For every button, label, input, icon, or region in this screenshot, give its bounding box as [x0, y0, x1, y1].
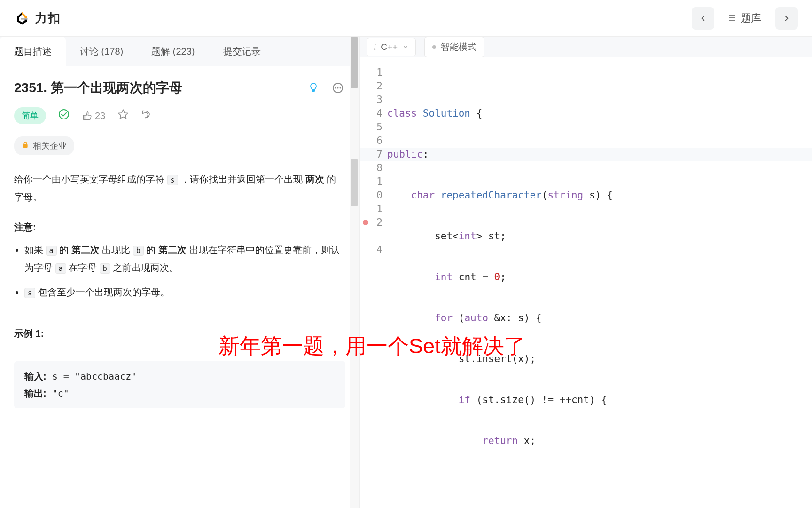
more-icon — [332, 82, 344, 94]
left-panel: 题目描述 讨论 (178) 题解 (223) 提交记录 2351. 第一个出现两… — [0, 37, 360, 508]
more-button[interactable] — [330, 80, 345, 95]
header-bar: 力扣 ☰ 题库 — [0, 0, 812, 37]
svg-rect-0 — [21, 18, 28, 19]
tab-submissions[interactable]: 提交记录 — [209, 37, 275, 66]
editor-toolbar: i C++ 智能模式 — [360, 37, 812, 57]
error-marker-icon — [363, 220, 368, 225]
svg-point-4 — [340, 87, 341, 89]
language-label: C++ — [381, 42, 398, 52]
meta-row: 简单 23 — [14, 107, 345, 124]
right-panel: i C++ 智能模式 1 2 3 4 5 6 7 8 1 0 1 — [360, 37, 812, 508]
list-item: 如果 a 的 第二次 出现比 b 的 第二次 出现在字符串中的位置更靠前，则认为… — [24, 241, 345, 277]
code-area[interactable]: class Solution { public: char repeatedCh… — [387, 66, 812, 508]
svg-point-5 — [59, 110, 69, 119]
dot-icon — [432, 45, 436, 49]
chevron-down-icon — [402, 44, 409, 50]
chevron-left-icon — [699, 14, 707, 23]
like-button[interactable]: 23 — [82, 111, 105, 121]
hint-button[interactable] — [306, 80, 321, 95]
chevron-right-icon — [782, 14, 791, 23]
code-editor[interactable]: 1 2 3 4 5 6 7 8 1 0 1 2 4 class Solution… — [360, 57, 812, 508]
mode-label: 智能模式 — [441, 41, 476, 53]
tab-description[interactable]: 题目描述 — [0, 37, 66, 66]
next-button[interactable] — [775, 7, 798, 30]
line-gutter: 1 2 3 4 5 6 7 8 1 0 1 2 4 — [360, 66, 387, 508]
difficulty-badge: 简单 — [14, 107, 46, 124]
company-tag[interactable]: 相关企业 — [14, 136, 74, 155]
lock-icon — [22, 141, 29, 151]
problem-description: 给你一个由小写英文字母组成的字符 s ，请你找出并返回第一个出现 两次 的字母。… — [14, 170, 345, 342]
svg-rect-6 — [23, 144, 27, 147]
info-icon: i — [374, 42, 376, 52]
title-row: 2351. 第一个出现两次的字母 — [14, 79, 345, 97]
library-label: 题库 — [741, 11, 761, 25]
star-icon — [117, 109, 129, 120]
tab-discuss[interactable]: 讨论 (178) — [66, 37, 137, 66]
prev-button[interactable] — [692, 7, 714, 30]
tabs-bar: 题目描述 讨论 (178) 题解 (223) 提交记录 — [0, 37, 359, 66]
menu-icon: ☰ — [728, 13, 736, 24]
scrollbar-thumb[interactable] — [351, 159, 358, 206]
share-button[interactable] — [141, 109, 151, 122]
company-label: 相关企业 — [33, 140, 67, 151]
list-item: s 包含至少一个出现两次的字母。 — [24, 283, 345, 301]
logo[interactable]: 力扣 — [14, 10, 61, 26]
main-split: 题目描述 讨论 (178) 题解 (223) 提交记录 2351. 第一个出现两… — [0, 37, 812, 508]
example-block: 输入: s = "abccbaacz" 输出: "c" — [14, 361, 345, 408]
problem-content: 2351. 第一个出现两次的字母 简单 23 — [0, 66, 359, 508]
thumbs-up-icon — [82, 111, 92, 121]
solved-icon — [58, 109, 70, 123]
language-select[interactable]: i C++ — [367, 38, 416, 56]
share-icon — [141, 109, 151, 119]
scrollbar-thumb[interactable] — [351, 37, 358, 88]
favorite-button[interactable] — [117, 109, 129, 123]
problem-title: 2351. 第一个出现两次的字母 — [14, 79, 182, 97]
problem-library-button[interactable]: ☰ 题库 — [720, 7, 770, 30]
title-actions — [306, 80, 345, 95]
svg-point-2 — [335, 87, 336, 89]
logo-icon — [14, 10, 30, 26]
scrollbar[interactable] — [350, 37, 359, 508]
nav-right: ☰ 题库 — [692, 7, 798, 30]
tab-solutions[interactable]: 题解 (223) — [137, 37, 209, 66]
svg-point-3 — [337, 87, 339, 89]
annotation-overlay: 新年第一题，用一个Set就解决了 — [219, 332, 525, 360]
lightbulb-icon — [308, 82, 319, 94]
note-heading: 注意: — [14, 218, 345, 236]
like-count: 23 — [95, 111, 105, 121]
mode-select[interactable]: 智能模式 — [424, 37, 484, 57]
brand-text: 力扣 — [35, 10, 61, 26]
